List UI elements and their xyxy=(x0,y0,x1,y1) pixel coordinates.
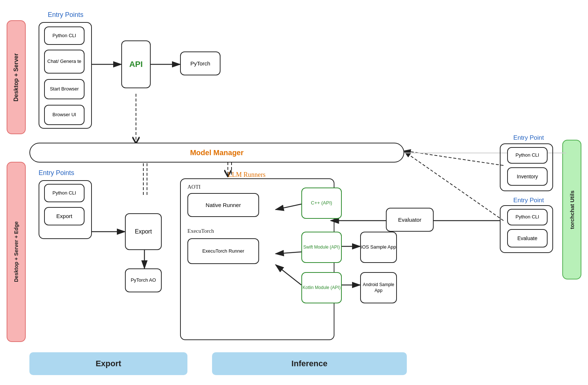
entry-points-bottom-label: Entry Points xyxy=(39,169,74,177)
executorch-label-text: ExecuTorch xyxy=(187,228,214,234)
entry-point-evaluate-label: Entry Point xyxy=(513,197,544,204)
kotlin-module-box: Kotlin Module (API) xyxy=(301,272,342,303)
aoti-label-text: AOTI xyxy=(187,184,201,190)
api-box: API xyxy=(121,40,151,88)
executorch-runner-box: ExecuTorch Runner xyxy=(187,238,259,264)
side-label-desktop-server-edge: Desktop + Server + Edge xyxy=(7,162,26,342)
python-cli-top: Python CLI xyxy=(44,26,85,45)
pytorch-ao-box: PyTorch AO xyxy=(125,268,162,292)
side-label-torchchat-utils: torchchat Utils xyxy=(562,140,581,279)
ios-sample-box: iOS Sample App xyxy=(360,232,397,263)
pytorch-top-box: PyTorch xyxy=(180,51,220,75)
python-cli-evaluate: Python CLI xyxy=(507,209,548,225)
export-tab: Export xyxy=(29,352,187,375)
python-cli-bottom: Python CLI xyxy=(44,184,85,202)
evaluator-box: Evaluator xyxy=(386,208,434,232)
python-cli-inventory: Python CLI xyxy=(507,147,548,164)
cpp-api-box: C++ (API) xyxy=(301,188,342,219)
entry-points-top-label: Entry Points xyxy=(48,11,83,19)
llm-runners-label: LLM Runners xyxy=(228,171,266,179)
side-label-desktop-server: Desktop + Server xyxy=(7,20,26,134)
inference-tab: Inference xyxy=(212,352,407,375)
start-browser-box: Start Browser xyxy=(44,79,85,99)
swift-module-box: Swift Module (API) xyxy=(301,232,342,263)
chat-generate-box: Chat/ Genera te xyxy=(44,50,85,74)
diagram-container: Desktop + Server Desktop + Server + Edge… xyxy=(0,0,588,385)
native-runner-box: Native Runner xyxy=(187,193,259,217)
browser-ui-box: Browser UI xyxy=(44,105,85,125)
export-box: Export xyxy=(125,213,162,250)
evaluate-box: Evaluate xyxy=(507,229,548,247)
model-manager-bar: Model Manager xyxy=(29,143,404,163)
android-sample-box: Android Sample App xyxy=(360,272,397,303)
export-entry-box: Export xyxy=(44,207,85,225)
inventory-box: Inventory xyxy=(507,167,548,186)
entry-point-inventory-label: Entry Point xyxy=(513,134,544,142)
